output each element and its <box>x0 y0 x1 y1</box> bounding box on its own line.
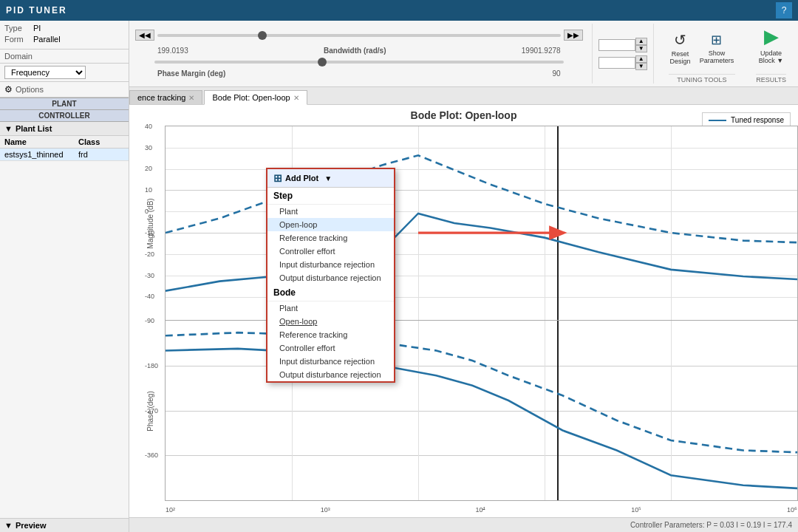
plant-name: estsys1_thinned <box>4 150 78 159</box>
xtick-1e3: 10³ <box>321 506 330 514</box>
tab-ref-close[interactable]: ✕ <box>188 94 194 102</box>
reset-icon: ↺ <box>674 31 686 49</box>
tuning-btns: ↺ ResetDesign ⊞ ShowParameters <box>669 24 736 72</box>
dropdown-step-openloop[interactable]: Open-loop <box>267 218 394 231</box>
pm-spinbox[interactable]: 60 <box>598 57 635 69</box>
form-row: Form Parallel <box>4 35 124 44</box>
plant-list-header: ▼ Plant List <box>0 122 129 136</box>
results-label: RESULTS <box>756 74 786 83</box>
magnitude-plot-inner: 40 30 20 10 0 -10 -20 -30 -40 <box>165 126 798 321</box>
pm-spin-down[interactable]: ▼ <box>635 63 647 70</box>
pm-track <box>154 61 564 64</box>
step-header: Step <box>267 188 394 205</box>
ytick-n20: -20 <box>145 250 154 258</box>
phase-margin-row <box>135 61 583 64</box>
magnitude-ylabel: Magnitude (dB) <box>146 198 154 248</box>
left-panel: Type PI Form Parallel Domain Frequency ⚙… <box>0 21 129 532</box>
bode-header: Bode <box>267 284 394 301</box>
plant-list-item[interactable]: estsys1_thinned frd <box>0 149 129 161</box>
frequency-select[interactable]: Frequency <box>4 66 86 79</box>
plant-list-arrow: ▼ <box>4 124 13 133</box>
gear-icon: ⚙ <box>4 84 13 95</box>
tab-bode-open-loop[interactable]: Bode Plot: Open-loop ✕ <box>204 90 307 105</box>
bandwidth-right-nav[interactable]: ▶▶ <box>564 30 583 41</box>
dropdown-step-output-dist[interactable]: Output disturbance rejection <box>267 271 394 284</box>
help-button[interactable]: ? <box>776 2 792 18</box>
bw-right-val: 19901.9278 <box>522 47 561 55</box>
spinbox-bw-row: 1990 ▲ ▼ <box>598 38 647 52</box>
preview-arrow: ▼ <box>4 521 13 530</box>
dropdown-bode-ctrl[interactable]: Controller effort <box>267 341 394 355</box>
plant-class: frd <box>78 150 115 159</box>
phase-ytick-n90: -90 <box>145 317 154 324</box>
app-title: PID TUNER <box>6 5 67 16</box>
pm-thumb[interactable] <box>318 58 327 66</box>
ytick-n40: -40 <box>145 293 154 300</box>
reset-design-button[interactable]: ↺ ResetDesign <box>669 30 692 66</box>
preview-section: ▼ Preview <box>0 518 129 532</box>
dropdown-bode-output-dist[interactable]: Output disturbance rejection <box>267 368 394 381</box>
phase-plot-inner: -90 -180 -270 -360 10² 10³ <box>165 321 798 501</box>
dropdown-step-ref[interactable]: Reference tracking <box>267 231 394 245</box>
bw-thumb[interactable] <box>258 31 267 40</box>
type-value: PI <box>33 24 41 33</box>
add-plot-dropdown: ⊞ Add Plot ▼ Step Plant Open-loop Refere… <box>266 168 395 383</box>
tuning-tools-label: TUNING TOOLS <box>669 74 736 83</box>
x-ticks: 10² 10³ 10⁴ 10⁵ 10⁶ <box>166 506 797 514</box>
preview-header[interactable]: ▼ Preview <box>0 519 129 532</box>
plant-label-bar: PLANT <box>0 98 129 110</box>
xtick-1e4: 10⁴ <box>475 506 485 514</box>
dropdown-step-input-dist[interactable]: Input disturbance rejection <box>267 258 394 271</box>
bw-spinbox[interactable]: 1990 <box>598 39 635 51</box>
bode-plot-title: Bode Plot: Open-loop <box>129 105 798 124</box>
sliders-group: ◀◀ ▶▶ 199.0193 Bandwidth (rad/s) 19901.9… <box>135 24 583 83</box>
tuned-label: Tuned response <box>731 116 784 124</box>
pm-spin-up[interactable]: ▲ <box>635 55 647 63</box>
phase-svg <box>166 321 797 500</box>
phase-ytick-n180: -180 <box>145 362 158 369</box>
options-row: ⚙ Options <box>0 82 129 98</box>
add-plot-arrow: ▼ <box>324 174 332 183</box>
results-group: ▶ UpdateBlock ▼ RESULTS <box>750 24 792 83</box>
magnitude-plot-wrapper: Magnitude (dB) <box>129 126 798 321</box>
freq-row: Frequency <box>0 64 129 82</box>
dropdown-bode-ref[interactable]: Reference tracking <box>267 328 394 341</box>
ytick-40: 40 <box>145 123 152 130</box>
ytick-n30: -30 <box>145 272 154 279</box>
bandwidth-left-nav[interactable]: ◀◀ <box>135 30 154 41</box>
type-label: Type <box>4 24 30 33</box>
bw-spin-down[interactable]: ▼ <box>635 45 647 52</box>
controller-config: Type PI Form Parallel <box>0 21 129 50</box>
reset-label: ResetDesign <box>670 50 691 65</box>
phase-ytick-n360: -360 <box>145 451 158 459</box>
bandwidth-row: ◀◀ ▶▶ <box>135 30 583 41</box>
bw-spin-up[interactable]: ▲ <box>635 38 647 45</box>
plot-area: Bode Plot: Open-loop Tuned response Bloc… <box>129 105 798 517</box>
bandwidth-vals: 199.0193 Bandwidth (rad/s) 19901.9278 <box>135 47 583 55</box>
dropdown-step-ctrl[interactable]: Controller effort <box>267 245 394 258</box>
add-plot-button[interactable]: ⊞ Add Plot ▼ <box>267 169 394 188</box>
update-block-button[interactable]: ▶ UpdateBlock ▼ <box>757 24 785 72</box>
show-params-label: ShowParameters <box>700 50 734 64</box>
options-label[interactable]: Options <box>16 85 44 94</box>
dropdown-step-plant[interactable]: Plant <box>267 205 394 218</box>
domain-label: Domain <box>4 52 33 61</box>
dropdown-bode-plant[interactable]: Plant <box>267 301 394 315</box>
bw-left-val: 199.0193 <box>157 47 188 55</box>
pm-slider-track <box>154 61 564 64</box>
update-label: UpdateBlock ▼ <box>759 50 783 64</box>
tuning-tools-group: ↺ ResetDesign ⊞ ShowParameters TUNING TO… <box>663 24 742 83</box>
tab-reference-tracking[interactable]: ence tracking ✕ <box>129 90 202 104</box>
xtick-1e2: 10² <box>166 506 175 514</box>
show-parameters-button[interactable]: ⊞ ShowParameters <box>698 30 736 66</box>
type-row: Type PI <box>4 24 124 33</box>
phase-plot-wrapper: Phase (deg) -90 -180 <box>129 321 798 501</box>
col-class-header: Class <box>78 137 115 146</box>
xtick-1e6: 10⁶ <box>787 506 797 514</box>
tab-bode-close[interactable]: ✕ <box>293 94 299 102</box>
dropdown-bode-input-dist[interactable]: Input disturbance rejection <box>267 355 394 368</box>
add-plot-icon: ⊞ <box>273 172 282 184</box>
dropdown-bode-openloop[interactable]: Open-loop <box>267 315 394 328</box>
grid-icon: ⊞ <box>711 32 722 48</box>
play-icon: ▶ <box>764 25 779 48</box>
